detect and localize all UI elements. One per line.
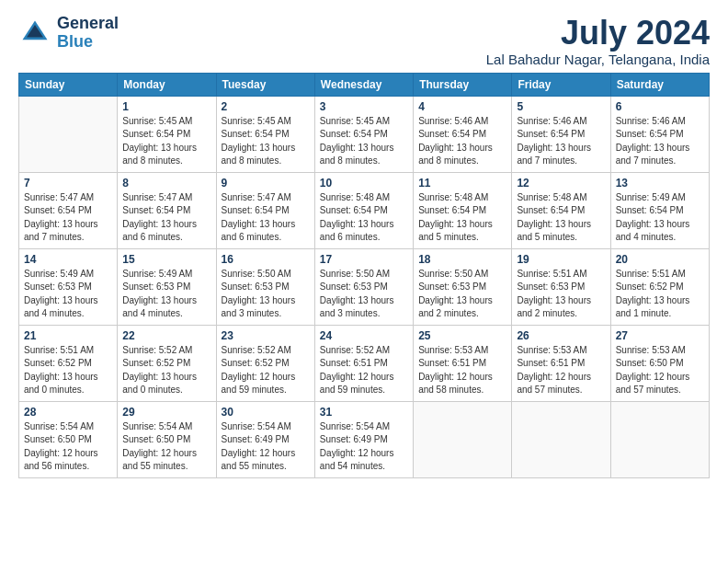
day-info-line: Sunset: 6:54 PM [24, 205, 92, 215]
day-info-line: Daylight: 12 hours [320, 372, 394, 382]
day-info-line: Daylight: 13 hours [517, 143, 591, 153]
day-info-line: Daylight: 13 hours [222, 219, 296, 229]
day-info-line: Sunrise: 5:47 AM [222, 192, 291, 202]
day-info-line: Sunset: 6:54 PM [222, 205, 290, 215]
logo-text-blue: Blue [57, 33, 119, 52]
day-cell: 10Sunrise: 5:48 AMSunset: 6:54 PMDayligh… [314, 172, 413, 248]
day-number: 16 [222, 253, 310, 266]
day-number: 6 [616, 100, 704, 113]
day-number: 1 [122, 100, 210, 113]
day-info-line: and 6 minutes. [222, 232, 282, 242]
day-info-line: Sunrise: 5:51 AM [616, 269, 686, 279]
day-info: Sunrise: 5:52 AMSunset: 6:51 PMDaylight:… [320, 344, 408, 397]
day-info-line: and 57 minutes. [517, 385, 582, 395]
day-info-line: Daylight: 13 hours [517, 295, 591, 305]
day-info-line: and 8 minutes. [320, 155, 381, 166]
day-cell: 13Sunrise: 5:49 AMSunset: 6:54 PMDayligh… [610, 172, 709, 248]
day-cell: 23Sunrise: 5:52 AMSunset: 6:52 PMDayligh… [216, 325, 314, 401]
title-block: July 2024 Lal Bahadur Nagar, Telangana, … [486, 15, 710, 67]
day-cell: 16Sunrise: 5:50 AMSunset: 6:53 PMDayligh… [216, 248, 314, 325]
day-info-line: Daylight: 13 hours [122, 219, 197, 229]
day-info-line: and 54 minutes. [320, 461, 385, 471]
day-info-line: and 58 minutes. [418, 385, 483, 395]
day-info-line: Sunrise: 5:53 AM [616, 345, 686, 355]
day-number: 23 [222, 329, 310, 342]
day-info-line: Daylight: 12 hours [222, 448, 296, 458]
day-info: Sunrise: 5:51 AMSunset: 6:52 PMDaylight:… [616, 268, 704, 321]
day-info-line: Sunrise: 5:49 AM [122, 269, 192, 279]
day-number: 26 [517, 329, 605, 342]
day-info-line: Sunrise: 5:45 AM [222, 116, 291, 126]
day-info-line: Sunset: 6:54 PM [616, 205, 684, 215]
day-header-thursday: Thursday [414, 73, 512, 96]
day-cell: 30Sunrise: 5:54 AMSunset: 6:49 PMDayligh… [216, 401, 314, 477]
day-number: 21 [24, 329, 112, 342]
day-cell [610, 401, 709, 477]
day-info: Sunrise: 5:49 AMSunset: 6:53 PMDaylight:… [24, 268, 112, 321]
day-cell: 17Sunrise: 5:50 AMSunset: 6:53 PMDayligh… [314, 248, 413, 325]
logo-text-general: General [57, 15, 119, 33]
day-info-line: Daylight: 12 hours [122, 448, 197, 458]
day-info-line: and 59 minutes. [222, 385, 287, 395]
day-header-monday: Monday [118, 73, 216, 96]
day-info: Sunrise: 5:51 AMSunset: 6:52 PMDaylight:… [24, 344, 112, 397]
day-info: Sunrise: 5:48 AMSunset: 6:54 PMDaylight:… [517, 191, 605, 245]
day-cell [19, 96, 118, 172]
day-cell [414, 401, 512, 477]
day-info-line: Sunset: 6:54 PM [222, 129, 290, 139]
day-cell: 12Sunrise: 5:48 AMSunset: 6:54 PMDayligh… [512, 172, 610, 248]
day-info-line: Sunrise: 5:50 AM [418, 269, 488, 279]
month-title: July 2024 [486, 15, 710, 52]
week-row-4: 21Sunrise: 5:51 AMSunset: 6:52 PMDayligh… [19, 325, 710, 401]
day-cell: 2Sunrise: 5:45 AMSunset: 6:54 PMDaylight… [216, 96, 314, 172]
day-number: 27 [616, 329, 704, 342]
day-info-line: Sunrise: 5:51 AM [24, 345, 94, 355]
days-header-row: SundayMondayTuesdayWednesdayThursdayFrid… [19, 73, 710, 96]
day-number: 2 [222, 100, 310, 113]
day-info-line: Daylight: 12 hours [517, 372, 591, 382]
day-number: 30 [222, 406, 310, 419]
day-cell: 28Sunrise: 5:54 AMSunset: 6:50 PMDayligh… [19, 401, 118, 477]
day-info-line: Daylight: 12 hours [320, 448, 394, 458]
day-info-line: Daylight: 13 hours [222, 295, 296, 305]
day-cell: 20Sunrise: 5:51 AMSunset: 6:52 PMDayligh… [610, 248, 709, 325]
day-info-line: Daylight: 13 hours [320, 143, 394, 153]
day-info-line: and 55 minutes. [122, 461, 188, 471]
day-info-line: and 5 minutes. [517, 232, 577, 242]
day-info: Sunrise: 5:45 AMSunset: 6:54 PMDaylight:… [320, 115, 408, 168]
day-number: 31 [320, 406, 408, 419]
day-info-line: Sunset: 6:53 PM [122, 282, 190, 292]
day-info: Sunrise: 5:53 AMSunset: 6:51 PMDaylight:… [418, 344, 506, 397]
day-header-sunday: Sunday [19, 73, 118, 96]
day-info-line: Daylight: 13 hours [418, 219, 493, 229]
day-info-line: and 3 minutes. [222, 308, 282, 318]
day-info-line: Daylight: 13 hours [517, 219, 591, 229]
day-number: 14 [24, 253, 112, 266]
day-info-line: Sunrise: 5:46 AM [517, 116, 586, 126]
day-cell: 19Sunrise: 5:51 AMSunset: 6:53 PMDayligh… [512, 248, 610, 325]
day-info-line: Daylight: 13 hours [222, 143, 296, 153]
day-info: Sunrise: 5:47 AMSunset: 6:54 PMDaylight:… [222, 191, 310, 245]
day-info-line: Sunset: 6:53 PM [418, 282, 486, 292]
day-number: 12 [517, 177, 605, 190]
day-header-saturday: Saturday [610, 73, 709, 96]
day-info-line: Sunrise: 5:49 AM [24, 269, 94, 279]
day-info-line: and 0 minutes. [24, 385, 85, 395]
day-info: Sunrise: 5:46 AMSunset: 6:54 PMDaylight:… [418, 115, 506, 168]
day-info-line: Sunset: 6:54 PM [122, 129, 190, 139]
day-info: Sunrise: 5:45 AMSunset: 6:54 PMDaylight:… [122, 115, 210, 168]
day-info-line: Sunset: 6:49 PM [222, 434, 290, 444]
day-info: Sunrise: 5:49 AMSunset: 6:53 PMDaylight:… [122, 268, 210, 321]
day-info-line: Sunrise: 5:49 AM [616, 192, 686, 202]
day-cell: 9Sunrise: 5:47 AMSunset: 6:54 PMDaylight… [216, 172, 314, 248]
week-row-5: 28Sunrise: 5:54 AMSunset: 6:50 PMDayligh… [19, 401, 710, 477]
day-info-line: Sunset: 6:54 PM [517, 205, 585, 215]
day-info-line: Sunrise: 5:51 AM [517, 269, 586, 279]
day-number: 9 [222, 177, 310, 190]
week-row-2: 7Sunrise: 5:47 AMSunset: 6:54 PMDaylight… [19, 172, 710, 248]
day-cell: 15Sunrise: 5:49 AMSunset: 6:53 PMDayligh… [118, 248, 216, 325]
day-info: Sunrise: 5:46 AMSunset: 6:54 PMDaylight:… [616, 115, 704, 168]
day-info-line: Daylight: 13 hours [320, 219, 394, 229]
day-number: 13 [616, 177, 704, 190]
day-cell: 6Sunrise: 5:46 AMSunset: 6:54 PMDaylight… [610, 96, 709, 172]
